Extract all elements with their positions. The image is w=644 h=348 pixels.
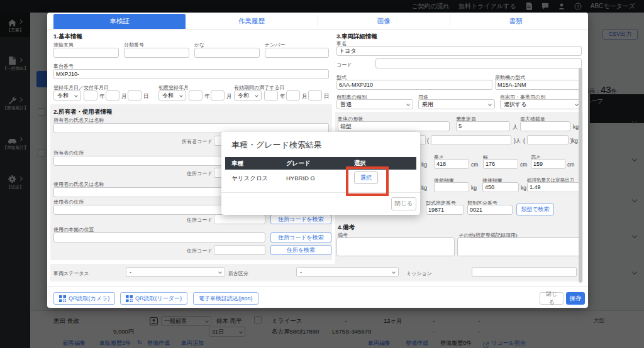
tab-separator xyxy=(318,15,318,26)
paren-open: ( xyxy=(523,138,525,144)
capacity-sub-input[interactable] xyxy=(431,135,511,145)
button-label: QR読取(カメラ) xyxy=(69,295,109,303)
firstreg-month-input[interactable] xyxy=(211,90,225,101)
paren-close-person: )人 xyxy=(514,138,521,145)
user-address-code-input[interactable] xyxy=(214,214,265,224)
displacement-input[interactable] xyxy=(527,182,582,192)
private-business-select[interactable]: 選択する xyxy=(500,99,582,109)
reg-day-input[interactable] xyxy=(128,90,142,101)
search-by-type-button[interactable]: 類型で検索 xyxy=(516,204,554,215)
vehicle-status-label: 車両ステータス xyxy=(53,270,89,277)
mission-input[interactable] xyxy=(472,267,577,277)
number-input[interactable] xyxy=(265,48,329,58)
width-input[interactable] xyxy=(483,159,518,169)
section-remarks-title: 4.備考 xyxy=(338,224,355,232)
search-address-code-button[interactable]: 住所コードを検索 xyxy=(270,214,331,224)
era-value: 令和 xyxy=(162,92,174,100)
tab-shakensho[interactable]: 車検証 xyxy=(53,14,186,29)
person-unit: 人 xyxy=(513,124,518,131)
expiry-day-input[interactable] xyxy=(308,90,322,101)
chevron-down-icon xyxy=(406,102,410,106)
load-sub-input[interactable] xyxy=(527,135,569,145)
vehicle-status-select[interactable]: - xyxy=(126,267,225,277)
tab-label: 作業履歴 xyxy=(238,17,265,26)
car-name-input[interactable] xyxy=(336,46,582,56)
cm-unit: cm xyxy=(520,161,527,168)
kana-input[interactable] xyxy=(194,48,260,58)
tab-work-history[interactable]: 作業履歴 xyxy=(186,14,318,29)
use-select[interactable]: 乗用 xyxy=(418,99,495,109)
base-location-input[interactable] xyxy=(53,232,265,242)
height-input[interactable] xyxy=(531,159,565,169)
reg-month-input[interactable] xyxy=(106,90,119,101)
rear-front-axle-input[interactable] xyxy=(434,182,469,192)
chevron-down-icon xyxy=(575,102,579,106)
month-suffix: 月 xyxy=(121,93,127,101)
era-select[interactable]: 令和 xyxy=(158,90,186,101)
search-address-button[interactable]: 住所を検索 xyxy=(270,245,331,255)
body-shape-input[interactable] xyxy=(338,121,450,131)
reg-year-input[interactable] xyxy=(84,90,97,101)
base-address-code-input[interactable] xyxy=(214,245,265,255)
transport-office-input[interactable] xyxy=(53,48,119,58)
section-basic-title: 1.基本情報 xyxy=(53,33,82,41)
qr-icon xyxy=(59,295,66,302)
era-select[interactable]: 令和 xyxy=(234,90,262,101)
month-suffix: 月 xyxy=(226,93,232,101)
engine-model-input[interactable] xyxy=(495,80,582,90)
length-input[interactable] xyxy=(434,159,469,169)
rear-rear-axle-input[interactable] xyxy=(482,182,519,192)
qr-read-reader-button[interactable]: QR読取(リーダー) xyxy=(120,292,187,305)
qr-read-camera-button[interactable]: QR読取(カメラ) xyxy=(53,292,115,305)
day-suffix: 日 xyxy=(143,93,149,101)
column-grade: グレード xyxy=(286,160,311,168)
save-button[interactable]: 保存 xyxy=(566,292,585,305)
year-suffix: 年 xyxy=(204,93,210,101)
cm-unit: cm xyxy=(567,161,574,168)
vehicle-type-value: 普通 xyxy=(340,101,352,109)
tab-images[interactable]: 画像 xyxy=(318,14,450,29)
expiry-year-input[interactable] xyxy=(264,90,278,101)
modal-scrollbar[interactable] xyxy=(579,68,582,283)
search-address-code-button[interactable]: 住所コードを検索 xyxy=(270,232,331,242)
remarks-textarea[interactable] xyxy=(336,237,455,256)
vehicle-type-select[interactable]: 普通 xyxy=(336,99,413,109)
modal-close-button[interactable]: 閉じる xyxy=(540,292,564,305)
chevron-down-icon xyxy=(74,94,78,97)
tab-label: 車検証 xyxy=(109,17,130,26)
new-old-select[interactable]: - xyxy=(296,267,399,277)
new-old-value: - xyxy=(300,269,302,275)
cm-unit: cm xyxy=(471,161,478,168)
tab-label: 画像 xyxy=(377,17,391,26)
type-number-input[interactable] xyxy=(426,205,464,215)
kg-unit: kg xyxy=(471,185,477,191)
other-remarks-textarea[interactable] xyxy=(457,237,582,256)
class-number-input[interactable] xyxy=(124,48,189,58)
capacity-input[interactable] xyxy=(456,121,510,131)
max-load-input[interactable] xyxy=(520,121,570,131)
tab-label: 書類 xyxy=(509,17,523,26)
firstreg-year-input[interactable] xyxy=(189,90,203,101)
grade-modal-close-button[interactable]: 閉じる xyxy=(391,197,416,210)
section-owner-title: 2.所有者・使用者情報 xyxy=(53,108,112,116)
chevron-down-icon xyxy=(179,94,183,97)
button-label: 閉じる xyxy=(545,290,558,307)
divider xyxy=(221,192,420,193)
tab-documents[interactable]: 書類 xyxy=(450,14,582,29)
column-model: 車種 xyxy=(231,160,243,168)
era-value: 令和 xyxy=(57,92,69,100)
grade-modal-title: 車種・グレード検索結果 xyxy=(231,139,322,151)
address-code-label: 住所コード xyxy=(187,217,212,224)
use-value: 乗用 xyxy=(422,101,433,109)
class-division-input[interactable] xyxy=(467,205,513,215)
model-input[interactable] xyxy=(336,80,492,90)
code-input[interactable] xyxy=(375,58,582,68)
kg-unit: kg xyxy=(521,185,526,191)
red-highlight-box xyxy=(346,166,389,196)
chassis-input[interactable] xyxy=(53,69,329,79)
grade-search-modal: 車種・グレード検索結果 車種 グレード 選択 ヤリスクロス HYBRID G 選… xyxy=(221,132,420,215)
era-select[interactable]: 令和 xyxy=(53,90,81,101)
json-import-button[interactable]: 電子車検証読込(json) xyxy=(193,292,258,305)
expiry-month-input[interactable] xyxy=(286,90,300,101)
address-code-label: 住所コード xyxy=(187,247,212,254)
